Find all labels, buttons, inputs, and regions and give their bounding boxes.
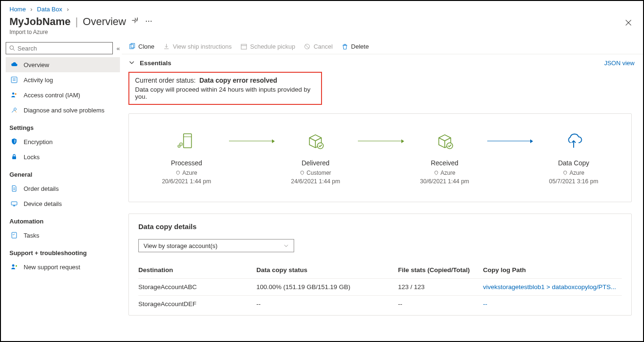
stage-label: Received: [431, 159, 458, 167]
svg-point-2: [151, 20, 152, 21]
status-value: Data copy error resolved: [199, 77, 277, 84]
location-icon: [176, 171, 180, 175]
copy-details-panel: Data copy details View by storage accoun…: [128, 214, 632, 316]
trash-icon: [341, 43, 348, 50]
svg-line-22: [305, 45, 309, 49]
search-input[interactable]: [6, 42, 113, 54]
page-subtitle: Import to Azure: [1, 29, 643, 40]
more-icon[interactable]: [145, 17, 153, 26]
table-row: StorageAccountDEF -- -- --: [138, 296, 622, 313]
stage-received: Received Azure 30/6/2021 1:44 pm: [402, 131, 487, 185]
shield-icon: [9, 138, 19, 145]
search-icon: [9, 45, 16, 51]
sidebar-item-overview[interactable]: Overview: [6, 57, 120, 72]
json-view-link[interactable]: JSON view: [604, 60, 635, 67]
svg-point-0: [146, 20, 147, 21]
col-status: Data copy status: [256, 263, 398, 279]
calendar-icon: [240, 43, 247, 50]
svg-rect-23: [184, 134, 192, 147]
stage-datetime: 20/6/2021 1:44 pm: [162, 178, 211, 185]
delete-button[interactable]: Delete: [341, 43, 369, 50]
stage-label: Processed: [171, 159, 202, 167]
cell-logpath-link[interactable]: --: [483, 296, 622, 313]
cloud-upload-icon: [564, 131, 584, 151]
sidebar-item-device-details[interactable]: Device details: [6, 196, 120, 211]
sidebar-item-diagnose[interactable]: Diagnose and solve problems: [6, 103, 120, 118]
pin-icon[interactable]: [132, 17, 139, 26]
sidebar-item-label: Order details: [24, 185, 59, 192]
svg-rect-14: [13, 205, 15, 206]
sidebar-item-support-request[interactable]: New support request: [6, 259, 120, 274]
view-ship-button: View ship instructions: [163, 43, 232, 50]
button-label: Schedule pickup: [250, 43, 295, 50]
svg-point-1: [148, 20, 149, 21]
cell-destination: StorageAccountABC: [138, 279, 256, 296]
stage-label: Data Copy: [558, 159, 589, 167]
svg-point-28: [178, 146, 179, 147]
stage-datetime: 24/6/2021 1:44 pm: [291, 178, 340, 185]
title-divider: |: [76, 16, 78, 28]
sidebar-item-label: Diagnose and solve problems: [24, 107, 104, 114]
status-callout: Current order status: Data copy error re…: [128, 72, 322, 105]
clone-button[interactable]: Clone: [128, 43, 154, 50]
copy-details-table: Destination Data copy status File stats …: [138, 263, 622, 312]
schedule-pickup-button: Schedule pickup: [240, 43, 295, 50]
sidebar-item-activity-log[interactable]: Activity log: [6, 72, 120, 87]
svg-point-16: [12, 265, 15, 267]
clone-icon: [128, 43, 136, 50]
main-content: Clone View ship instructions Schedule pi…: [122, 40, 643, 338]
stage-location: Customer: [306, 170, 331, 176]
essentials-label: Essentials: [140, 60, 171, 67]
tasks-icon: [9, 231, 19, 239]
button-label: Delete: [351, 43, 369, 50]
breadcrumb-home[interactable]: Home: [9, 6, 26, 13]
workflow-stages: Processed Azure 20/6/2021 1:44 pm Delive…: [128, 113, 632, 202]
svg-rect-5: [11, 77, 17, 83]
col-destination: Destination: [138, 263, 256, 279]
sidebar-item-label: Overview: [24, 61, 49, 68]
sidebar-item-order-details[interactable]: Order details: [6, 181, 120, 196]
page-title: MyJobName: [9, 16, 71, 28]
cell-destination: StorageAccountDEF: [138, 296, 256, 313]
sidebar-group-support: Support + troubleshooting: [6, 243, 120, 259]
server-icon: [177, 131, 196, 151]
svg-point-9: [15, 93, 17, 95]
sidebar-item-encryption[interactable]: Encryption: [6, 134, 120, 149]
location-icon: [300, 171, 305, 175]
tools-icon: [9, 106, 19, 114]
sidebar-item-locks[interactable]: Locks: [6, 149, 120, 164]
breadcrumb: Home › Data Box ›: [1, 1, 643, 16]
col-filestats: File stats (Copied/Total): [398, 263, 483, 279]
page-section: Overview: [83, 16, 126, 28]
sidebar-item-tasks[interactable]: Tasks: [6, 228, 120, 243]
breadcrumb-databox[interactable]: Data Box: [37, 6, 62, 13]
button-label: Clone: [138, 43, 154, 50]
cell-status: --: [256, 296, 398, 313]
chevron-down-icon[interactable]: [128, 59, 135, 67]
svg-rect-13: [11, 202, 17, 205]
sidebar-item-label: Access control (IAM): [24, 92, 80, 99]
cell-logpath-link[interactable]: vivekstoragetestblob1 > databoxcopylog/P…: [483, 279, 622, 296]
sidebar-item-label: New support request: [24, 264, 80, 271]
svg-line-4: [13, 49, 15, 51]
stage-datetime: 30/6/2021 1:44 pm: [420, 178, 469, 185]
sidebar-item-label: Locks: [24, 154, 40, 161]
close-button[interactable]: [624, 18, 633, 28]
svg-point-8: [12, 93, 14, 94]
lock-icon: [9, 153, 19, 161]
collapse-sidebar-icon[interactable]: «: [117, 45, 120, 52]
dropdown-selected: View by storage account(s): [144, 242, 218, 249]
stage-location: Azure: [441, 170, 455, 176]
cell-status: 100.00% (151.19 GB/151.19 GB): [256, 279, 398, 296]
copy-details-title: Data copy details: [138, 222, 622, 231]
viewby-dropdown[interactable]: View by storage account(s): [138, 239, 294, 252]
svg-point-26: [180, 144, 181, 145]
sidebar-item-access-control[interactable]: Access control (IAM): [6, 87, 120, 103]
cancel-button: Cancel: [304, 43, 332, 50]
cloud-icon: [9, 61, 19, 68]
svg-rect-15: [12, 232, 17, 238]
status-prefix: Current order status:: [135, 77, 195, 84]
download-icon: [163, 43, 170, 50]
sidebar-item-label: Encryption: [24, 138, 52, 145]
sidebar-group-automation: Automation: [6, 211, 120, 228]
